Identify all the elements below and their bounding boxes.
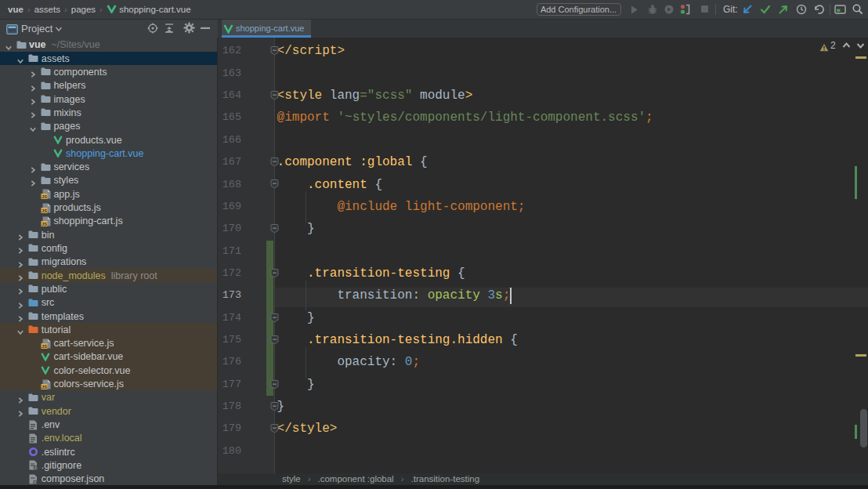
svg-text:JS: JS — [42, 208, 47, 212]
svg-text:JS: JS — [42, 384, 47, 389]
svg-text:JS: JS — [42, 343, 47, 348]
svg-text:JS: JS — [42, 194, 47, 199]
svg-text:JS: JS — [42, 221, 47, 226]
